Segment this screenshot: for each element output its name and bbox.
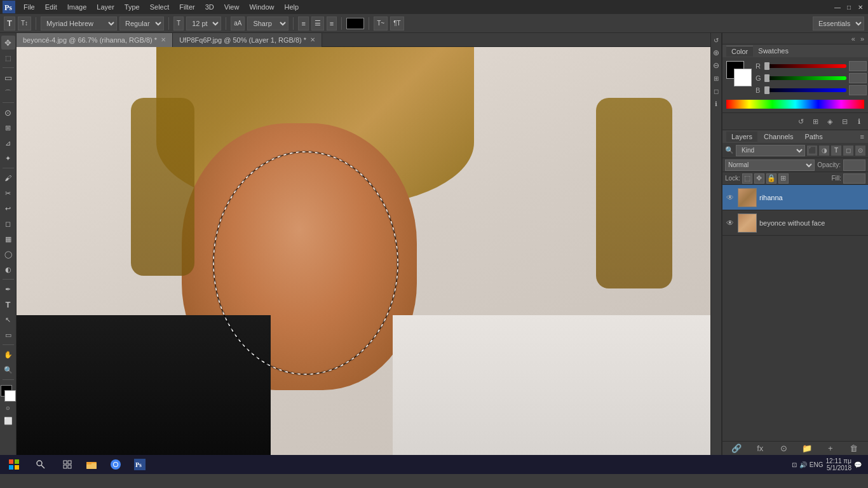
- b-slider[interactable]: [764, 88, 846, 92]
- dodge-tool[interactable]: ◐: [1, 262, 15, 276]
- collapse-right-btn[interactable]: »: [859, 35, 865, 43]
- info-btn[interactable]: ℹ: [711, 98, 721, 109]
- lock-pixels-btn[interactable]: ⬚: [742, 173, 752, 184]
- start-button[interactable]: [3, 456, 25, 473]
- explorer-btn[interactable]: [80, 456, 103, 473]
- menu-3d[interactable]: 3D: [201, 2, 219, 12]
- menu-select[interactable]: Select: [146, 2, 174, 12]
- add-effect-btn[interactable]: fx: [754, 443, 766, 454]
- link-layers-btn[interactable]: 🔗: [731, 443, 742, 454]
- background-swatch[interactable]: [734, 69, 752, 86]
- align-center-btn[interactable]: ☰: [311, 17, 324, 30]
- font-family-select[interactable]: Myriad Hebrew: [41, 17, 117, 30]
- r-value[interactable]: 0: [849, 61, 867, 71]
- maximize-button[interactable]: □: [844, 2, 854, 12]
- rotate-icon[interactable]: ↺: [794, 115, 807, 128]
- pen-tool[interactable]: ✒: [1, 282, 15, 296]
- notification-icon[interactable]: 💬: [854, 461, 862, 468]
- filter-kind-select[interactable]: Kind: [736, 145, 805, 156]
- marquee-tool[interactable]: ▭: [1, 71, 15, 85]
- lock-artboard-btn[interactable]: ⊞: [778, 173, 789, 184]
- char-panel-btn[interactable]: ¶T: [390, 17, 403, 30]
- g-value[interactable]: 0: [849, 73, 867, 83]
- type-orient-btn[interactable]: T↕: [18, 17, 31, 30]
- eyedropper-tool[interactable]: ⊿: [1, 136, 15, 150]
- lasso-tool[interactable]: ⌒: [1, 86, 15, 100]
- filter-smart-icon[interactable]: ⊙: [855, 146, 865, 156]
- history-brush-tool[interactable]: ↩: [1, 201, 15, 215]
- layer-beyonce[interactable]: 👁 beyonce without face: [722, 210, 868, 236]
- channels-tab[interactable]: Channels: [759, 132, 798, 142]
- blend-mode-select[interactable]: Normal: [725, 159, 815, 171]
- spot-heal-tool[interactable]: ✦: [1, 151, 15, 165]
- rotate-view-btn[interactable]: ↺: [711, 35, 721, 45]
- palette-icon[interactable]: ⊞: [809, 115, 822, 128]
- menu-type[interactable]: Type: [120, 2, 144, 12]
- clone-stamp-tool[interactable]: ✂: [1, 186, 15, 200]
- menu-help[interactable]: Help: [280, 2, 304, 12]
- menu-view[interactable]: View: [220, 2, 244, 12]
- eraser-tool[interactable]: ◻: [1, 217, 15, 231]
- lock-all-btn[interactable]: 🔒: [766, 173, 776, 184]
- move-tool[interactable]: ✥: [1, 36, 15, 50]
- minimize-button[interactable]: —: [832, 2, 843, 12]
- b-value[interactable]: 0: [849, 85, 867, 95]
- quick-mask-icon[interactable]: ⊙: [6, 405, 10, 411]
- rihanna-visibility-icon[interactable]: 👁: [725, 193, 735, 203]
- close-active-tab[interactable]: ✕: [161, 36, 166, 43]
- layers-menu-btn[interactable]: ≡: [860, 133, 864, 140]
- delete-layer-btn[interactable]: 🗑: [848, 443, 860, 454]
- new-group-btn[interactable]: 📁: [801, 443, 813, 454]
- anti-alias-select[interactable]: Sharp: [247, 17, 288, 30]
- menu-window[interactable]: Window: [245, 2, 278, 12]
- screen-mode-icon[interactable]: ⬜: [1, 414, 15, 428]
- picker-icon[interactable]: ◈: [824, 115, 836, 128]
- shape-tool[interactable]: ▭: [1, 328, 15, 342]
- filter-pixel-icon[interactable]: ⬛: [807, 146, 817, 156]
- align-left-btn[interactable]: ≡: [298, 17, 308, 30]
- zoom-tool[interactable]: 🔍: [1, 363, 15, 377]
- second-document-tab[interactable]: UfP8Fq6P.jpg @ 50% (Layer 1, RGB/8) * ✕: [173, 33, 322, 47]
- full-screen-btn[interactable]: ◻: [711, 86, 721, 96]
- font-style-select[interactable]: Regular: [119, 17, 164, 30]
- close-second-tab[interactable]: ✕: [310, 36, 315, 43]
- text-color-swatch[interactable]: [346, 18, 364, 29]
- align-right-btn[interactable]: ≡: [327, 17, 337, 30]
- volume-icon[interactable]: 🔊: [799, 461, 807, 468]
- hand-tool[interactable]: ✋: [1, 348, 15, 362]
- canvas[interactable]: [17, 47, 710, 455]
- filter-shape-icon[interactable]: ◻: [843, 146, 853, 156]
- fill-input[interactable]: 100%: [843, 173, 865, 184]
- layers-tab[interactable]: Layers: [726, 132, 757, 142]
- menu-edit[interactable]: Edit: [41, 2, 62, 12]
- fit-screen-btn[interactable]: ⊞: [711, 73, 721, 83]
- workspace-select[interactable]: Essentials: [813, 17, 864, 30]
- zoom-in-btn[interactable]: ⊕: [711, 48, 721, 58]
- filter-text-icon[interactable]: T: [831, 146, 841, 156]
- g-slider[interactable]: [764, 76, 846, 80]
- menu-image[interactable]: Image: [63, 2, 92, 12]
- type-tool-btn[interactable]: T: [4, 17, 15, 30]
- r-slider[interactable]: [764, 64, 846, 68]
- color-spectrum[interactable]: [726, 100, 864, 109]
- brush-tool[interactable]: 🖌: [1, 171, 15, 185]
- layer-rihanna[interactable]: 👁 rihanna: [722, 185, 868, 210]
- menu-layer[interactable]: Layer: [92, 2, 119, 12]
- paths-tab[interactable]: Paths: [800, 132, 828, 142]
- background-color[interactable]: [4, 390, 16, 402]
- crop-tool[interactable]: ⊞: [1, 121, 15, 135]
- path-select-tool[interactable]: ↖: [1, 313, 15, 327]
- filter-adjust-icon[interactable]: ◑: [819, 146, 829, 156]
- close-button[interactable]: ✕: [855, 2, 865, 12]
- add-mask-btn[interactable]: ⊙: [778, 443, 789, 454]
- font-size-select[interactable]: 12 pt: [186, 17, 221, 30]
- info-panel-icon[interactable]: ℹ: [853, 115, 865, 128]
- taskbar-search-btn[interactable]: [27, 456, 55, 473]
- blur-tool[interactable]: ◯: [1, 247, 15, 261]
- beyonce-visibility-icon[interactable]: 👁: [725, 218, 735, 228]
- warp-text-btn[interactable]: T~: [374, 17, 388, 30]
- swatches-tab[interactable]: Swatches: [753, 46, 794, 56]
- zoom-out-btn[interactable]: ⊖: [711, 60, 721, 71]
- quick-select-tool[interactable]: ⊙: [1, 105, 15, 119]
- menu-filter[interactable]: Filter: [175, 2, 199, 12]
